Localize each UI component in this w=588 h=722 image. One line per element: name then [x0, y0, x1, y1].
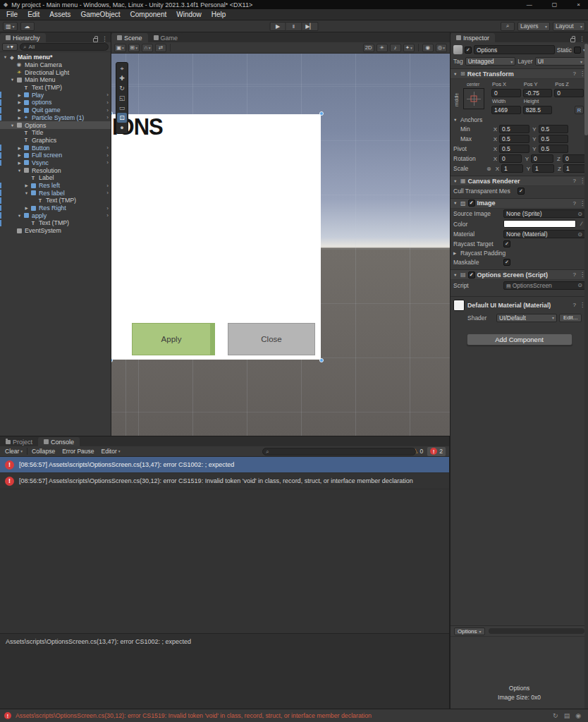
menu-file[interactable]: File	[1, 11, 23, 18]
console-entry[interactable]: ! [08:56:57] Assets\scripts\OptionsScree…	[0, 457, 449, 473]
tree-item-res-label[interactable]: ▼Res label›	[0, 189, 111, 197]
prefab-open-arrow-icon[interactable]: ›	[106, 205, 109, 212]
tree-item-directional-light[interactable]: ☀Directional Light	[0, 68, 111, 76]
menu-gameobject[interactable]: GameObject	[75, 11, 125, 18]
menu-window[interactable]: Window	[171, 11, 207, 18]
scene-lighting-toggle[interactable]: ☀	[376, 44, 388, 52]
inspector-scrollbar[interactable]	[584, 42, 588, 709]
prefab-open-arrow-icon[interactable]: ›	[106, 212, 109, 219]
tree-item-eventsystem[interactable]: EventSystem	[0, 227, 111, 235]
options-screen-script-header[interactable]: ▼ ▤ ✓ Options Screen (Script) ? ⋮	[451, 269, 588, 280]
lock-icon[interactable]	[93, 38, 98, 42]
close-options-button[interactable]: Close	[228, 323, 315, 355]
rect-handle[interactable]	[319, 358, 324, 362]
custom-tool-button[interactable]: ●	[117, 123, 127, 133]
blueprint-mode-button[interactable]: R	[575, 106, 584, 114]
cull-transparent-mesh-checkbox[interactable]: ✓	[517, 188, 525, 195]
add-component-button[interactable]: Add Component	[467, 334, 572, 345]
tab-scene[interactable]: Scene	[111, 33, 148, 42]
prefab-open-arrow-icon[interactable]: ›	[106, 190, 109, 196]
gameobject-name-field[interactable]: Options	[474, 45, 555, 54]
layers-dropdown[interactable]: Layers ▾	[517, 22, 550, 31]
edit-material-button[interactable]: Edit...	[559, 314, 582, 322]
anchor-max-y-field[interactable]: 0.5	[539, 135, 569, 143]
tree-item-apply-text[interactable]: TText (TMP)	[0, 219, 111, 227]
scale-tool-button[interactable]: ◱	[117, 93, 127, 103]
transform-tool-button[interactable]: ⊡	[117, 113, 127, 123]
collapse-toggle[interactable]: Collapse	[29, 447, 58, 456]
static-checkbox[interactable]	[574, 47, 581, 54]
editor-dropdown[interactable]: Editor▾	[99, 447, 123, 456]
prefab-open-arrow-icon[interactable]: ›	[106, 183, 109, 189]
prefab-open-arrow-icon[interactable]: ›	[106, 107, 109, 114]
step-button[interactable]: ▶▏	[302, 22, 319, 31]
rotate-tool-button[interactable]: ↻	[117, 83, 127, 93]
link-scale-icon[interactable]: ⊗	[486, 166, 492, 172]
minimize-button[interactable]: —	[527, 1, 532, 8]
snap-settings-dropdown[interactable]: ∩▾	[142, 44, 153, 52]
console-entry[interactable]: ! [08:56:57] Assets\scripts\OptionsScree…	[0, 473, 449, 489]
rotation-y-field[interactable]: 0	[531, 154, 553, 163]
frame-debugger-icon[interactable]: ◉	[575, 712, 581, 719]
menu-component[interactable]: Component	[125, 11, 172, 18]
status-bar[interactable]: ! Assets\scripts\OptionsScreen.cs(30,12)…	[0, 709, 588, 722]
active-checkbox[interactable]: ✓	[465, 47, 472, 54]
raycast-target-checkbox[interactable]: ✓	[503, 240, 510, 247]
apply-button[interactable]: Apply	[132, 323, 215, 355]
foldout-arrow-icon[interactable]: ▼	[453, 273, 458, 277]
tree-item-res-right[interactable]: ▶Res Right›	[0, 204, 111, 212]
color-swatch[interactable]	[503, 220, 576, 228]
tab-hierarchy[interactable]: Hierarchy	[0, 33, 46, 42]
anchor-min-x-field[interactable]: 0.5	[499, 125, 529, 133]
tree-item-label[interactable]: TLabel	[0, 174, 111, 182]
view-tool-button[interactable]: ⌖	[117, 63, 127, 73]
scale-z-field[interactable]: 1	[563, 164, 585, 173]
object-picker-icon[interactable]: ⊙	[577, 231, 582, 238]
tree-item-title[interactable]: TTitle	[0, 129, 111, 137]
anchor-preset-widget[interactable]: center middle	[452, 82, 489, 114]
menu-assets[interactable]: Assets	[44, 11, 75, 18]
scale-x-field[interactable]: 1	[501, 164, 523, 173]
tree-item-scene[interactable]: ▼◆Main menu*	[0, 54, 111, 61]
rotation-x-field[interactable]: 0	[499, 154, 522, 163]
prefab-open-arrow-icon[interactable]: ›	[106, 99, 109, 106]
tree-item-main-menu[interactable]: ▼Main Menu	[0, 76, 111, 84]
foldout-arrow-icon[interactable]: ▶	[453, 251, 458, 255]
layout-dropdown[interactable]: Layout ▾	[553, 22, 585, 31]
scale-y-field[interactable]: 1	[532, 164, 554, 173]
toggle-2d-button[interactable]: 2D	[363, 44, 374, 52]
tab-project[interactable]: Project	[0, 437, 38, 446]
camera-gizmo-dropdown[interactable]: ◎▾	[436, 44, 447, 52]
script-reference-field[interactable]: ▤OptionsScreen ⊙	[503, 281, 585, 290]
foldout-arrow-icon[interactable]: ▼	[453, 179, 458, 183]
object-picker-icon[interactable]: ⊙	[577, 211, 582, 217]
clear-button[interactable]: Clear▾	[2, 447, 25, 456]
search-button[interactable]: ⌕	[501, 22, 515, 31]
rotation-z-field[interactable]: 0	[563, 154, 585, 163]
foldout-arrow-icon[interactable]: ▼	[453, 118, 458, 122]
width-field[interactable]: 1469	[491, 106, 521, 114]
scrollbar-thumb[interactable]	[584, 44, 588, 135]
tree-item-button[interactable]: ▶Button›	[0, 144, 111, 152]
tree-item-options[interactable]: ▼Options	[0, 121, 111, 129]
tree-item-main-camera[interactable]: ◉Main Camera	[0, 61, 111, 69]
pivot-x-field[interactable]: 0.5	[499, 145, 529, 153]
foldout-arrow-icon[interactable]: ▼	[453, 72, 458, 76]
shader-dropdown[interactable]: UI/Default▾	[496, 314, 557, 322]
error-filter-button[interactable]: ! 2	[427, 447, 446, 456]
cloud-button[interactable]: ☁	[20, 22, 35, 31]
tree-item-quit-game[interactable]: ▶Quit game›	[0, 106, 111, 114]
script-enabled-checkbox[interactable]: ✓	[468, 271, 475, 279]
tab-game[interactable]: Game	[148, 33, 184, 42]
create-object-button[interactable]: +▾	[2, 43, 18, 51]
menu-dots-icon[interactable]: ⋮	[102, 35, 108, 42]
draw-mode-dropdown[interactable]: ▣▾	[114, 44, 126, 52]
maskable-checkbox[interactable]: ✓	[503, 259, 510, 266]
tree-item-play[interactable]: ▶Play›	[0, 91, 111, 99]
maximize-button[interactable]: ▢	[552, 1, 558, 8]
tree-item-graphics[interactable]: TGraphics	[0, 137, 111, 145]
layer-dropdown[interactable]: UI▾	[535, 57, 586, 66]
help-icon[interactable]: ?	[573, 271, 576, 278]
material-field[interactable]: None (Material)⊙	[503, 230, 585, 238]
help-icon[interactable]: ?	[573, 178, 576, 184]
